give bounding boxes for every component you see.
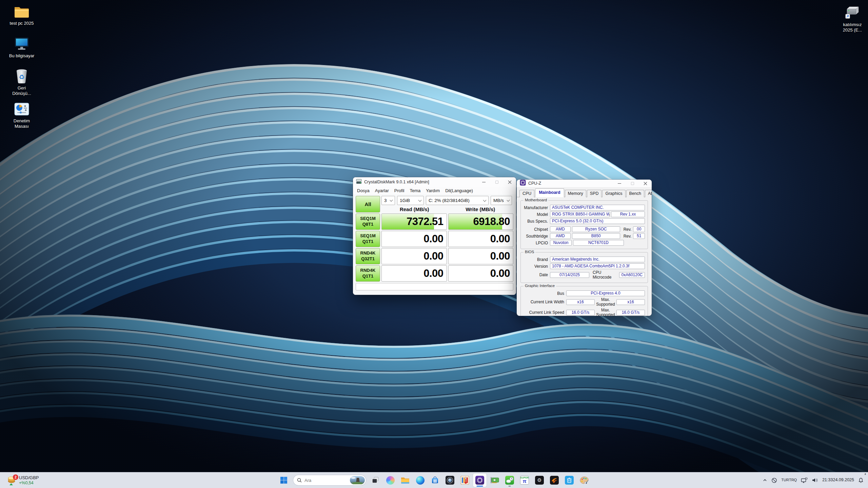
- cdm-menu-dosya[interactable]: Dosya: [354, 187, 372, 194]
- cdm-read-header: Read (MB/s): [381, 206, 448, 212]
- cdm-test-count-dropdown[interactable]: 3: [381, 196, 395, 205]
- search-box[interactable]: [293, 475, 366, 485]
- cpuz-app-icon: [520, 180, 526, 187]
- cdm-rnd4k-q1t1-button[interactable]: RND4KQ1T1: [356, 265, 380, 282]
- southbridge-rev-field: 51: [633, 233, 645, 239]
- taskbar-widget[interactable]: 2 USD/GBP +%0,54: [5, 472, 42, 488]
- microsoft-store-icon: [431, 476, 439, 484]
- gear-icon: ⚙: [535, 476, 544, 485]
- disk-cleaner-button[interactable]: [563, 473, 576, 487]
- desktop-icon-label: Denetim Masası: [14, 118, 30, 129]
- file-explorer-icon: [401, 476, 410, 484]
- chipset-brand-field: AMD: [550, 226, 571, 232]
- model-field: ROG STRIX B850-I GAMING WIFI: [550, 211, 610, 217]
- gpu-z-icon: [490, 476, 499, 484]
- cdm-all-button[interactable]: All: [356, 196, 380, 212]
- cdm-seq1m-q1t1-button[interactable]: SEQ1MQ1T1: [356, 231, 380, 247]
- paint-button[interactable]: [577, 473, 591, 487]
- search-input[interactable]: [304, 478, 350, 483]
- cdm-menubar: Dosya Ayarlar Profil Tema Yardım Dil(Lan…: [353, 187, 516, 194]
- tab-cpu[interactable]: CPU: [519, 190, 534, 197]
- crystaldiskmark-taskbar-button[interactable]: [503, 473, 516, 487]
- search-highlight-image[interactable]: [350, 476, 365, 484]
- cpu-z-icon: [475, 476, 484, 485]
- recycle-glyph: ♻: [19, 73, 24, 81]
- group-title: Graphic Interface: [524, 284, 556, 288]
- max-width-field: x16: [616, 299, 645, 305]
- tray-date: 24.09.2025: [833, 477, 854, 483]
- desktop-icon-test-pc-2025[interactable]: test pc 2025: [5, 4, 38, 26]
- language-indicator[interactable]: TUR TRQ: [780, 473, 798, 487]
- furmark-button[interactable]: [548, 473, 561, 487]
- taskbar-center: SUPER π ⚙: [277, 472, 591, 488]
- occt-button[interactable]: ⚙: [533, 473, 546, 487]
- gpu-z-button[interactable]: [488, 473, 501, 487]
- cdm-title: CrystalDiskMark 9.0.1 x64 [Admin]: [364, 180, 477, 184]
- edge-button[interactable]: [413, 473, 427, 487]
- tab-memory[interactable]: Memory: [565, 190, 586, 197]
- cdm-results-grid: SEQ1MQ8T1 7372.51 6918.80 SEQ1MQ1T1 0.00: [356, 214, 513, 282]
- desktop-icon-drive-shortcut[interactable]: katılımsız 2025 (E...: [836, 5, 868, 33]
- crystaldiskmark-icon: [505, 476, 514, 485]
- tab-graphics[interactable]: Graphics: [602, 190, 625, 197]
- cdm-maximize-button[interactable]: [490, 177, 503, 187]
- task-view-button[interactable]: [369, 473, 382, 487]
- notification-center-button[interactable]: z: [856, 473, 865, 487]
- super-pi-button[interactable]: SUPER π: [518, 473, 531, 487]
- cdm-rnd4k-q32t1-button[interactable]: RND4KQ32T1: [356, 248, 380, 264]
- widget-pair: USD/GBP: [19, 475, 39, 480]
- cdm-titlebar[interactable]: CrystalDiskMark 9.0.1 x64 [Admin]: [353, 177, 516, 187]
- cpu-microcode-field: 0xA60120C: [619, 272, 645, 278]
- copilot-button[interactable]: [383, 473, 397, 487]
- windows-logo-icon: [280, 476, 288, 484]
- cpuz-titlebar[interactable]: CPU-Z: [517, 180, 652, 187]
- cpuz-tab-bar: CPU Mainboard Memory SPD Graphics Bench …: [517, 187, 652, 197]
- cdm-menu-ayarlar[interactable]: Ayarlar: [372, 187, 392, 194]
- cdm-write-header: Write (MB/s): [448, 206, 514, 212]
- network-button[interactable]: [799, 473, 809, 487]
- bios-group: BIOS Brand American Megatrends Inc. Vers…: [520, 252, 648, 283]
- cpuz-maximize-button[interactable]: [626, 180, 639, 187]
- minimize-icon: [618, 183, 621, 184]
- desktop-icon-this-pc[interactable]: Bu bilgisayar: [5, 37, 38, 59]
- clock[interactable]: 21:33 24.09.2025: [821, 473, 856, 487]
- desktop-icon-label: Geri Dönüşü...: [12, 85, 31, 96]
- tab-about[interactable]: About: [645, 190, 652, 197]
- desktop-icon-control-panel[interactable]: Denetim Masası: [5, 102, 38, 129]
- southbridge-field: B850: [572, 233, 620, 239]
- super-pi-icon: SUPER π: [520, 476, 529, 485]
- volume-button[interactable]: [810, 473, 820, 487]
- cdm-menu-dil[interactable]: Dil(Language): [442, 187, 476, 194]
- hidden-icons-button[interactable]: [761, 473, 769, 487]
- cdm-menu-profil[interactable]: Profil: [392, 187, 407, 194]
- desktop-icon-recycle-bin[interactable]: ♻ Geri Dönüşü...: [5, 69, 38, 96]
- cdm-seq1m-q8t1-button[interactable]: SEQ1MQ8T1: [356, 214, 380, 230]
- max-speed-field: 16.0 GT/s: [616, 310, 645, 316]
- core-temp-button[interactable]: [458, 473, 472, 487]
- crystaldiskmark-window: CrystalDiskMark 9.0.1 x64 [Admin] Dosya …: [353, 177, 516, 295]
- cdm-close-button[interactable]: [503, 177, 516, 187]
- tab-mainboard[interactable]: Mainboard: [535, 188, 564, 197]
- chipset-field: Ryzen SOC: [572, 226, 620, 232]
- cdm-target-drive-dropdown[interactable]: C: 2% (82/3814GiB): [426, 196, 489, 205]
- start-button[interactable]: [277, 473, 291, 487]
- cdm-unit-dropdown[interactable]: MB/s: [491, 196, 512, 205]
- onedrive-status-button[interactable]: [770, 473, 779, 487]
- file-explorer-button[interactable]: [398, 473, 412, 487]
- cdm-menu-yardim[interactable]: Yardım: [423, 187, 442, 194]
- lpcio-field: NCT6701D: [573, 240, 624, 246]
- cdm-minimize-button[interactable]: [477, 177, 490, 187]
- furmark-icon: [550, 476, 559, 485]
- tab-spd[interactable]: SPD: [587, 190, 602, 197]
- motherboard-group: Motherboard Manufacturer ASUSTeK COMPUTE…: [520, 200, 648, 249]
- cdm-test-size-dropdown[interactable]: 1GiB: [397, 196, 424, 205]
- cinebench-button[interactable]: [443, 473, 457, 487]
- cdm-menu-tema[interactable]: Tema: [407, 187, 423, 194]
- cpuz-close-button[interactable]: [639, 180, 652, 187]
- bell-icon: [858, 477, 864, 483]
- tab-bench[interactable]: Bench: [626, 190, 644, 197]
- microsoft-store-button[interactable]: [428, 473, 442, 487]
- running-indicator: [509, 486, 511, 487]
- cpuz-minimize-button[interactable]: [613, 180, 626, 187]
- cpu-z-taskbar-button[interactable]: [473, 473, 487, 487]
